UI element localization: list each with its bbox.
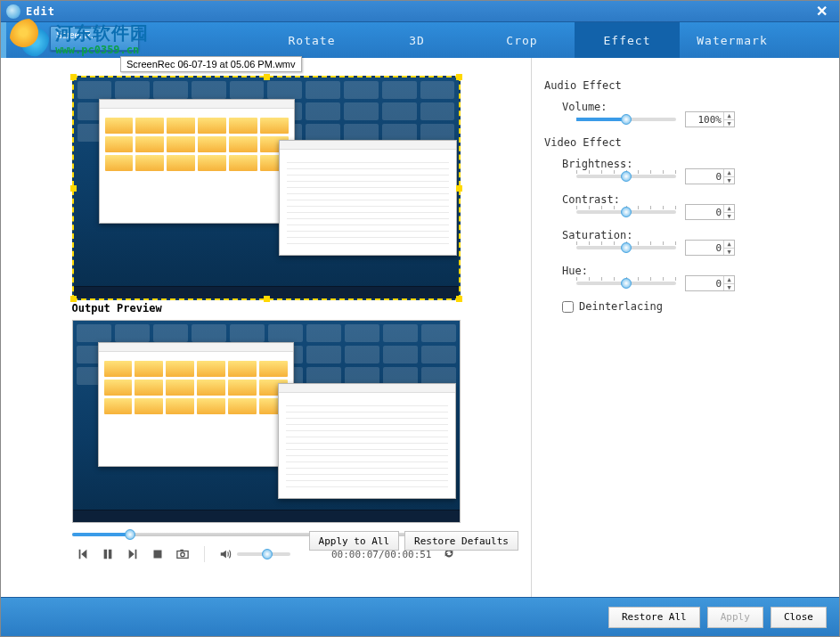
- volume-slider[interactable]: [576, 113, 676, 126]
- spin-down-icon[interactable]: ▼: [724, 284, 734, 291]
- stop-button[interactable]: [151, 547, 165, 561]
- crop-handle[interactable]: [456, 185, 462, 192]
- spin-up-icon[interactable]: ▲: [724, 241, 734, 249]
- hue-slider[interactable]: [576, 277, 676, 290]
- crop-handle[interactable]: [70, 185, 77, 192]
- video-effect-title: Video Effect: [544, 136, 825, 149]
- volume-spin[interactable]: 100% ▲▼: [685, 111, 735, 127]
- effects-panel: Audio Effect Volume: 100% ▲▼ Video Effec…: [532, 58, 839, 597]
- saturation-value: 0: [715, 242, 722, 254]
- tab-rotate[interactable]: Rotate: [259, 22, 364, 58]
- saturation-slider[interactable]: [576, 241, 676, 254]
- saturation-spin[interactable]: 0 ▲▼: [685, 240, 735, 256]
- tab-effect[interactable]: Effect: [575, 22, 680, 58]
- spin-down-icon[interactable]: ▼: [724, 120, 734, 127]
- crop-handle[interactable]: [70, 74, 77, 80]
- snapshot-button[interactable]: [175, 547, 190, 561]
- spin-down-icon[interactable]: ▼: [724, 249, 734, 256]
- file-thumbnail-chip[interactable]: ScreenR...: [50, 26, 139, 51]
- progress-fill: [72, 533, 130, 536]
- spin-up-icon[interactable]: ▲: [724, 169, 734, 177]
- prev-button[interactable]: [76, 547, 90, 561]
- hue-value: 0: [715, 278, 722, 290]
- close-window-button[interactable]: ✕: [809, 4, 834, 20]
- crop-handle[interactable]: [70, 296, 77, 302]
- preview-column: Output Preview: [1, 58, 532, 597]
- file-chip-label: ScreenR...: [56, 30, 98, 40]
- contrast-slider[interactable]: [576, 206, 676, 218]
- saturation-label: Saturation:: [544, 229, 633, 241]
- pause-button[interactable]: [101, 547, 115, 561]
- svg-rect-3: [180, 550, 183, 551]
- apply-button[interactable]: Apply: [707, 607, 763, 628]
- restore-all-button[interactable]: Restore All: [608, 607, 700, 628]
- hue-label: Hue:: [544, 265, 633, 277]
- file-name-tooltip: ScreenRec 06-07-19 at 05.06 PM.wmv: [120, 56, 302, 72]
- spin-up-icon[interactable]: ▲: [724, 112, 734, 120]
- crop-handle[interactable]: [456, 296, 462, 302]
- volume-label: Volume:: [544, 101, 633, 113]
- spin-up-icon[interactable]: ▲: [724, 276, 734, 284]
- window-title: Edit: [26, 5, 809, 18]
- contrast-value: 0: [715, 207, 722, 218]
- bottom-bar: Restore All Apply Close: [1, 597, 839, 636]
- control-divider: [204, 546, 205, 562]
- restore-defaults-button[interactable]: Restore Defaults: [404, 531, 518, 551]
- volume-track[interactable]: [237, 552, 290, 556]
- spin-up-icon[interactable]: ▲: [724, 205, 734, 213]
- panel-action-buttons: Apply to All Restore Defaults: [309, 531, 518, 551]
- app-icon: [6, 4, 20, 19]
- audio-effect-title: Audio Effect: [544, 79, 825, 92]
- tab-crop[interactable]: Crop: [469, 22, 575, 58]
- brightness-slider[interactable]: [576, 170, 676, 183]
- hue-spin[interactable]: 0 ▲▼: [685, 275, 735, 291]
- contrast-spin[interactable]: 0 ▲▼: [685, 204, 735, 220]
- crop-handle[interactable]: [264, 296, 270, 302]
- title-bar: Edit ✕: [1, 1, 839, 22]
- crop-handle[interactable]: [264, 74, 270, 80]
- deinterlacing-checkbox[interactable]: [562, 301, 574, 313]
- source-preview[interactable]: [72, 76, 461, 300]
- spin-down-icon[interactable]: ▼: [724, 213, 734, 220]
- deinterlacing-label: Deinterlacing: [579, 300, 663, 313]
- volume-thumb[interactable]: [262, 549, 273, 559]
- progress-thumb[interactable]: [125, 529, 135, 540]
- brightness-label: Brightness:: [544, 158, 633, 170]
- main-area: Output Preview: [1, 58, 839, 597]
- svg-rect-0: [153, 551, 161, 559]
- tab-3d[interactable]: 3D: [364, 22, 469, 58]
- volume-value: 100%: [698, 114, 722, 126]
- output-preview: [72, 320, 461, 523]
- volume-control[interactable]: [219, 548, 290, 560]
- apply-to-all-button[interactable]: Apply to All: [309, 531, 399, 551]
- crop-handle[interactable]: [456, 74, 462, 80]
- brightness-spin[interactable]: 0 ▲▼: [685, 168, 735, 184]
- speaker-icon: [219, 548, 232, 560]
- brightness-value: 0: [715, 171, 722, 183]
- next-button[interactable]: [126, 547, 140, 561]
- svg-point-2: [180, 552, 183, 556]
- contrast-label: Contrast:: [544, 193, 633, 206]
- tab-watermark[interactable]: Watermark: [680, 22, 785, 58]
- output-preview-label: Output Preview: [72, 302, 461, 314]
- spin-down-icon[interactable]: ▼: [724, 177, 734, 184]
- close-button[interactable]: Close: [771, 607, 827, 628]
